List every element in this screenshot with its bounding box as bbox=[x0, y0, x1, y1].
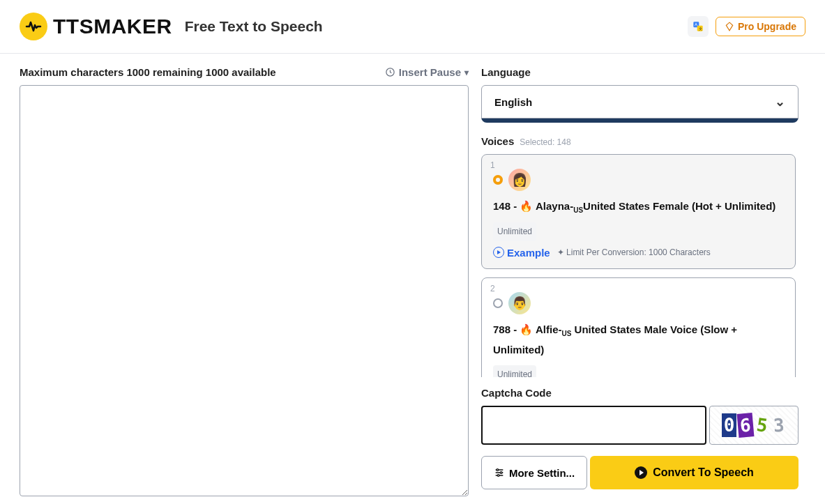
voice-number: 2 bbox=[490, 284, 495, 293]
voice-number: 1 bbox=[490, 160, 495, 170]
voices-selected-label: Selected: 148 bbox=[520, 137, 570, 147]
voice-card[interactable]: 1👩148 - 🔥 Alayna-USUnited States Female … bbox=[481, 154, 796, 269]
more-settings-button[interactable]: More Settin... bbox=[481, 456, 587, 489]
chevron-down-icon: ▾ bbox=[464, 68, 469, 77]
svg-point-7 bbox=[497, 475, 499, 477]
logo-text: TTSMAKER bbox=[53, 15, 172, 38]
voice-avatar-icon: 👩 bbox=[508, 169, 531, 191]
header-left: TTSMAKER Free Text to Speech bbox=[20, 13, 323, 40]
insert-pause-button[interactable]: Insert Pause ▾ bbox=[385, 66, 469, 78]
sliders-icon bbox=[494, 467, 505, 478]
play-icon bbox=[635, 466, 647, 479]
voice-card[interactable]: 2👨788 - 🔥 Alfie-US United States Male Vo… bbox=[481, 277, 796, 377]
unlimited-badge: Unlimited bbox=[493, 222, 536, 241]
captcha-digit: 5 bbox=[753, 413, 771, 438]
tagline: Free Text to Speech bbox=[185, 18, 323, 35]
voice-name: 148 - 🔥 Alayna-USUnited States Female (H… bbox=[493, 197, 775, 217]
pro-upgrade-label: Pro Upgrade bbox=[738, 21, 796, 32]
voices-list[interactable]: 1👩148 - 🔥 Alayna-USUnited States Female … bbox=[481, 154, 798, 377]
play-icon bbox=[493, 247, 504, 258]
voice-name: 788 - 🔥 Alfie-US United States Male Voic… bbox=[493, 320, 784, 360]
language-select[interactable]: English ⌄ bbox=[481, 85, 798, 119]
voices-label: Voices bbox=[481, 135, 514, 147]
language-label: Language bbox=[481, 66, 798, 78]
text-input[interactable] bbox=[20, 85, 469, 496]
svg-text:文: 文 bbox=[699, 26, 702, 31]
left-column: Maximum characters 1000 remaining 1000 a… bbox=[20, 66, 469, 496]
logo-mark-icon bbox=[20, 13, 47, 40]
captcha-digit: 0 bbox=[722, 413, 737, 437]
svg-point-6 bbox=[500, 472, 502, 474]
captcha-digit: 6 bbox=[737, 413, 755, 438]
example-link[interactable]: Example bbox=[493, 247, 550, 259]
header-right: A文 Pro Upgrade bbox=[688, 16, 805, 37]
svg-text:A: A bbox=[695, 22, 697, 26]
svg-point-5 bbox=[497, 469, 499, 471]
chevron-down-icon: ⌄ bbox=[775, 94, 785, 109]
logo[interactable]: TTSMAKER bbox=[20, 13, 172, 40]
diamond-icon bbox=[725, 22, 734, 31]
voice-radio[interactable] bbox=[493, 298, 503, 308]
language-value: English bbox=[494, 96, 532, 108]
pro-upgrade-button[interactable]: Pro Upgrade bbox=[716, 17, 805, 36]
voice-avatar-icon: 👨 bbox=[508, 292, 531, 314]
captcha-digit: 3 bbox=[771, 413, 787, 437]
limit-text: ✦ Limit Per Conversion: 1000 Characters bbox=[557, 247, 711, 257]
convert-button[interactable]: Convert To Speech bbox=[590, 456, 798, 489]
captcha-image[interactable]: 0 6 5 3 bbox=[709, 406, 798, 445]
unlimited-badge: Unlimited bbox=[493, 365, 536, 377]
main: Maximum characters 1000 remaining 1000 a… bbox=[0, 54, 825, 504]
clock-icon bbox=[385, 67, 395, 77]
header: TTSMAKER Free Text to Speech A文 Pro Upgr… bbox=[0, 0, 825, 54]
voice-radio[interactable] bbox=[493, 175, 503, 185]
right-column: Language English ⌄ Voices Selected: 148 … bbox=[481, 66, 798, 496]
translate-icon-button[interactable]: A文 bbox=[688, 16, 709, 37]
translate-icon: A文 bbox=[692, 21, 704, 32]
captcha-input[interactable] bbox=[481, 406, 706, 445]
char-counter-label: Maximum characters 1000 remaining 1000 a… bbox=[20, 66, 276, 78]
captcha-label: Captcha Code bbox=[481, 387, 798, 399]
